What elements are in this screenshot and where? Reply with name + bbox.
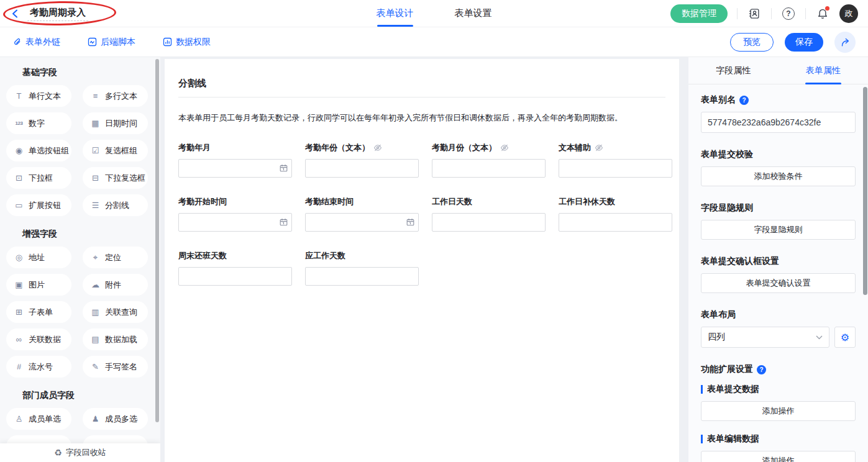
divider — [771, 8, 772, 19]
form-external-link[interactable]: 表单外链 — [12, 37, 60, 48]
form-field[interactable]: 周末还班天数 — [178, 250, 292, 286]
form-field[interactable]: 应工作天数 — [305, 250, 419, 286]
submit-confirm-button[interactable]: 表单提交确认设置 — [701, 273, 856, 293]
submit-confirm-label: 表单提交确认框设置 — [701, 256, 856, 267]
share-button[interactable] — [834, 32, 856, 53]
field-label: 应工作天数 — [305, 250, 345, 261]
data-permission-link[interactable]: 数据权限 — [163, 37, 211, 48]
sidebar-field-item[interactable]: ▭ 扩展按钮 — [6, 194, 71, 216]
sidebar-field-item[interactable]: ⊟ 下拉复选框 — [83, 167, 148, 189]
form-alias-input[interactable] — [701, 112, 856, 133]
sidebar-field-item[interactable]: ♟ 成员多选 — [83, 408, 148, 430]
sidebar-field-item[interactable]: ◎ 地址 — [6, 247, 71, 268]
edit-data-add-button[interactable]: 添加操作 — [701, 451, 856, 462]
form-toolbar: 表单外链 后端脚本 数据权限 预览 保存 — [0, 27, 868, 57]
recycle-icon: ♻ — [54, 448, 62, 458]
field-input[interactable] — [178, 267, 292, 286]
data-manage-button[interactable]: 数据管理 — [670, 4, 728, 23]
notification-dot — [825, 6, 829, 11]
checkbox-group-icon: ☑ — [91, 146, 100, 155]
tab-field-properties[interactable]: 字段属性 — [688, 57, 779, 84]
tab-form-design[interactable]: 表单设计 — [377, 0, 414, 27]
chevron-down-icon — [816, 335, 823, 340]
field-input[interactable] — [305, 267, 419, 286]
field-label: 考勤年份（文本） — [305, 142, 370, 153]
form-field[interactable]: 考勤年月 — [178, 142, 292, 178]
field-recycle-bin[interactable]: ♻ 字段回收站 — [0, 443, 160, 462]
back-chevron-icon — [13, 10, 17, 17]
field-input[interactable] — [305, 213, 419, 232]
linked-query-icon: ▥ — [91, 307, 100, 317]
save-button[interactable]: 保存 — [785, 33, 823, 52]
sidebar-field-item[interactable]: # 流水号 — [6, 356, 71, 378]
header-tabs: 表单设计 表单设置 — [377, 0, 492, 27]
form-description[interactable]: 本表单用于员工每月考勤天数记录，行政同学可以在每年年初录入完所有节假日和调休数据… — [178, 112, 672, 124]
hidden-eye-icon — [595, 143, 603, 152]
sidebar-field-item[interactable]: ☰ 分割线 — [83, 194, 148, 216]
field-label: 文本辅助 — [559, 142, 591, 153]
add-validation-button[interactable]: 添加校验条件 — [701, 166, 856, 186]
notification-bell-icon[interactable] — [815, 6, 830, 21]
sidebar-field-item[interactable]: ☁ 附件 — [83, 274, 148, 296]
field-input[interactable] — [559, 159, 672, 178]
form-field[interactable]: 考勤开始时间 — [178, 196, 292, 232]
field-input[interactable] — [432, 159, 546, 178]
sidebar-field-item[interactable]: ◉ 单选按钮组 — [6, 140, 71, 161]
link-icon — [12, 37, 22, 47]
layout-select[interactable]: 四列 — [701, 327, 829, 348]
form-field[interactable]: 工作日天数 — [432, 196, 546, 232]
data-load-icon: ▤ — [91, 335, 100, 344]
sidebar-field-item[interactable]: ⊡ 下拉框 — [6, 167, 71, 189]
tab-form-properties[interactable]: 表单属性 — [779, 57, 868, 84]
layout-gear-button[interactable]: ⚙ — [834, 327, 856, 348]
section-bar — [701, 385, 703, 394]
sidebar-field-item[interactable]: ▣ 图片 — [6, 274, 71, 296]
sidebar-field-item[interactable]: ✎ 手写签名 — [83, 356, 148, 378]
sidebar-field-item[interactable]: ♙ 成员单选 — [6, 408, 71, 430]
backend-script-link[interactable]: 后端脚本 — [88, 37, 135, 48]
field-input[interactable] — [305, 159, 419, 178]
subform-icon: ⊞ — [14, 307, 24, 317]
field-input[interactable] — [559, 213, 672, 232]
section-bar — [701, 435, 703, 443]
script-icon — [88, 37, 97, 47]
form-field[interactable]: 考勤结束时间 — [305, 196, 419, 232]
sidebar-field-item[interactable]: ☑ 复选框组 — [83, 140, 148, 161]
sidebar-field-item[interactable]: ≡ 多行文本 — [83, 85, 148, 107]
field-input[interactable] — [432, 213, 546, 232]
sidebar-field-item[interactable]: ⌖ 定位 — [83, 247, 148, 268]
sidebar-field-item[interactable]: ▦ 日期时间 — [83, 112, 148, 134]
field-visibility-label: 字段显隐规则 — [701, 202, 856, 214]
sidebar-field-item[interactable]: ⊞ 子表单 — [6, 301, 71, 323]
field-visibility-button[interactable]: 字段显隐规则 — [701, 220, 856, 240]
sidebar-section-title: 增强字段 — [22, 229, 160, 240]
attachment-icon: ☁ — [91, 280, 100, 289]
preview-button[interactable]: 预览 — [730, 33, 774, 52]
form-field[interactable]: 考勤月份（文本） — [432, 142, 546, 178]
page-title[interactable]: 考勤周期录入 — [27, 6, 88, 21]
sidebar-scrollbar[interactable] — [155, 59, 159, 422]
location-icon: ⌖ — [91, 253, 100, 263]
divider-field-title[interactable]: 分割线 — [178, 78, 672, 89]
avatar[interactable]: 政 — [839, 4, 858, 23]
extension-help-icon[interactable]: ? — [757, 365, 766, 374]
tab-form-settings[interactable]: 表单设置 — [455, 0, 492, 27]
field-label: 工作日天数 — [432, 196, 472, 207]
form-field[interactable]: 考勤年份（文本） — [305, 142, 419, 178]
sidebar-field-item[interactable]: ∞ 关联数据 — [6, 328, 71, 350]
sidebar-field-item[interactable]: T 单行文本 — [6, 85, 71, 107]
sidebar-field-item[interactable]: 123 数字 — [6, 112, 71, 134]
form-field[interactable]: 文本辅助 — [559, 142, 672, 178]
linked-data-icon: ∞ — [14, 335, 24, 344]
help-icon[interactable]: ? — [781, 6, 796, 21]
panel-scrollbar[interactable] — [863, 87, 867, 295]
sidebar-field-item[interactable]: ▤ 数据加载 — [83, 328, 148, 350]
submit-data-add-button[interactable]: 添加操作 — [701, 401, 856, 421]
field-input[interactable] — [178, 213, 292, 232]
alias-help-icon[interactable]: ? — [739, 96, 749, 105]
field-input[interactable] — [178, 159, 292, 178]
back-button[interactable] — [10, 8, 21, 19]
sidebar-field-item[interactable]: ▥ 关联查询 — [83, 301, 148, 323]
form-field[interactable]: 工作日补休天数 — [559, 196, 672, 232]
contact-book-icon[interactable] — [747, 6, 762, 21]
